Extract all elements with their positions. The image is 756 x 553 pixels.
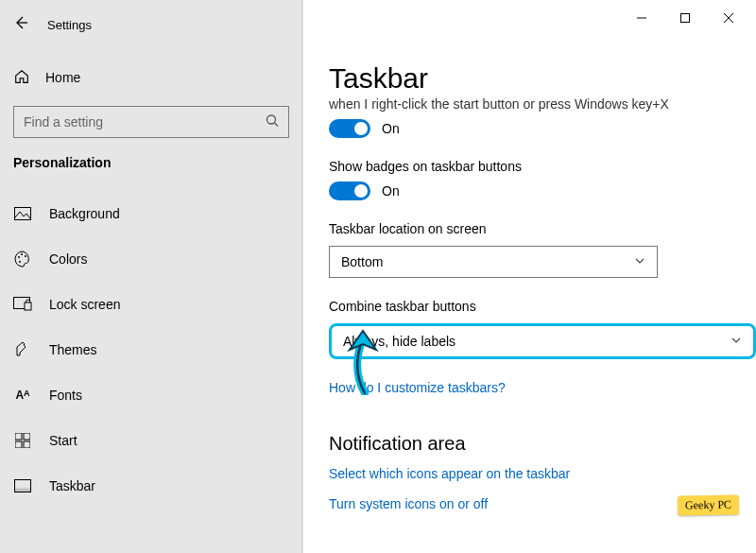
chevron-down-icon — [730, 334, 742, 349]
sidebar-item-taskbar[interactable]: Taskbar — [0, 463, 302, 509]
home-icon — [13, 68, 30, 88]
svg-rect-12 — [15, 441, 22, 448]
select-value: Always, hide labels — [343, 334, 455, 349]
themes-icon — [13, 341, 32, 358]
svg-line-2 — [275, 123, 279, 127]
lock-screen-icon — [13, 297, 32, 312]
search-icon — [265, 113, 280, 131]
svg-point-5 — [21, 253, 23, 255]
combine-label: Combine taskbar buttons — [329, 299, 756, 314]
svg-rect-13 — [24, 441, 30, 448]
maximize-button[interactable] — [663, 4, 707, 32]
taskbar-icon — [13, 479, 32, 493]
sidebar-item-fonts[interactable]: AA Fonts — [0, 372, 302, 418]
start-icon — [13, 433, 32, 448]
app-title: Settings — [47, 18, 92, 32]
sidebar-item-label: Start — [49, 433, 77, 448]
minimize-button[interactable] — [620, 4, 663, 32]
svg-point-6 — [25, 255, 26, 257]
svg-rect-10 — [15, 433, 22, 440]
toggle-state-label: On — [382, 183, 400, 199]
main-content: Taskbar when I right-click the start but… — [302, 0, 756, 553]
toggle-badges[interactable] — [329, 181, 370, 200]
sidebar-item-label: Colors — [49, 251, 87, 267]
close-button[interactable] — [707, 4, 750, 32]
sidebar-item-lock-screen[interactable]: Lock screen — [0, 282, 302, 327]
toggle-start-context[interactable] — [329, 119, 370, 138]
svg-point-4 — [18, 256, 20, 258]
svg-rect-11 — [24, 433, 30, 440]
sidebar-item-themes[interactable]: Themes — [0, 327, 302, 372]
svg-rect-3 — [15, 208, 31, 220]
fonts-icon: AA — [13, 389, 32, 402]
truncated-setting-text: when I right-click the start button or p… — [329, 96, 756, 112]
sidebar-item-label: Taskbar — [49, 478, 95, 493]
combine-buttons-select[interactable]: Always, hide labels — [329, 323, 756, 359]
svg-rect-15 — [15, 489, 31, 493]
sidebar-item-start[interactable]: Start — [0, 418, 302, 463]
svg-rect-17 — [681, 14, 690, 23]
sidebar-item-background[interactable]: Background — [0, 191, 302, 236]
svg-point-1 — [267, 115, 276, 124]
sidebar-item-colors[interactable]: Colors — [0, 236, 302, 282]
select-icons-link[interactable]: Select which icons appear on the taskbar — [329, 466, 756, 481]
svg-point-7 — [19, 261, 21, 263]
notification-area-heading: Notification area — [329, 433, 756, 455]
location-label: Taskbar location on screen — [329, 221, 756, 236]
home-label: Home — [45, 70, 80, 85]
sidebar-item-label: Background — [49, 206, 120, 221]
picture-icon — [13, 207, 32, 220]
select-value: Bottom — [341, 254, 383, 269]
back-button[interactable] — [13, 15, 28, 34]
help-link[interactable]: How do I customize taskbars? — [329, 380, 756, 395]
sidebar: Settings Home Personalization Background — [0, 0, 302, 553]
watermark: Geeky PC — [678, 494, 739, 515]
taskbar-location-select[interactable]: Bottom — [329, 246, 658, 278]
search-input[interactable] — [13, 106, 289, 138]
chevron-down-icon — [634, 254, 645, 269]
svg-rect-9 — [25, 302, 31, 310]
home-nav[interactable]: Home — [0, 59, 302, 96]
sidebar-item-label: Lock screen — [49, 297, 120, 312]
page-title: Taskbar — [329, 62, 756, 95]
section-label: Personalization — [0, 149, 302, 180]
sidebar-item-label: Fonts — [49, 388, 82, 403]
badges-label: Show badges on taskbar buttons — [329, 159, 756, 174]
sidebar-item-label: Themes — [49, 342, 97, 357]
toggle-state-label: On — [382, 121, 400, 136]
palette-icon — [13, 251, 32, 268]
